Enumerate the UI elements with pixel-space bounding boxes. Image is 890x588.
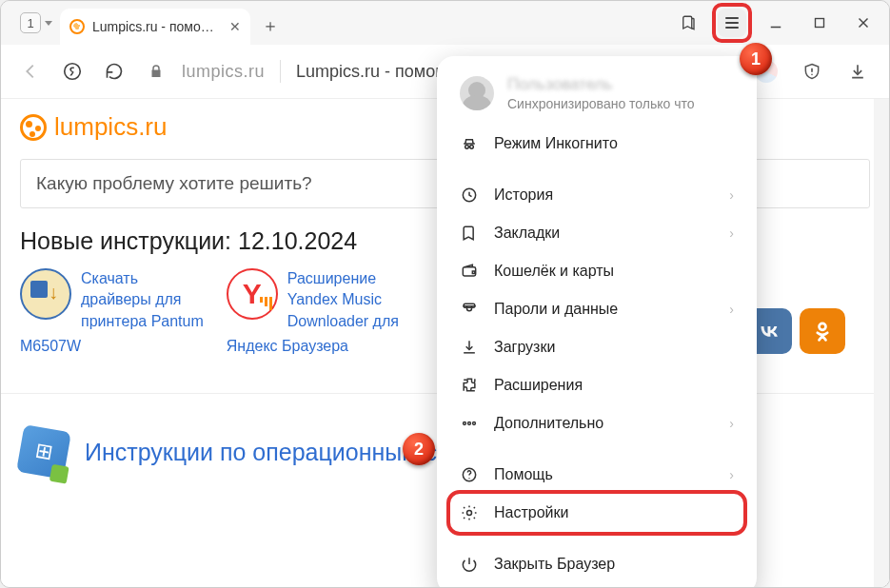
incognito-icon [460, 134, 479, 153]
download-icon[interactable] [840, 53, 876, 89]
main-menu-button[interactable] [718, 9, 746, 37]
scrollbar[interactable] [874, 99, 889, 587]
os-heading: Инструкции по операционным с [85, 439, 437, 466]
menu-more[interactable]: Дополнительно › [450, 404, 743, 442]
profile-name: Пользователь [507, 75, 695, 94]
article1-line1: Скачать [81, 268, 204, 289]
power-icon [460, 555, 479, 574]
bookmark-all-icon[interactable] [668, 3, 708, 43]
help-icon [460, 465, 479, 484]
site-name: lumpics.ru [54, 112, 167, 142]
menu-bookmarks-label: Закладки [494, 225, 560, 242]
chevron-right-icon: › [729, 416, 734, 431]
svg-point-5 [811, 74, 813, 76]
article2-line3: Downloader для [287, 311, 399, 332]
printer-driver-icon [20, 268, 71, 320]
article1-line2: драйверы для [81, 289, 204, 310]
avatar-icon [460, 76, 494, 110]
menu-passwords[interactable]: Пароли и данные › [450, 290, 743, 328]
article2-extra[interactable]: Яндекс Браузера [227, 338, 399, 355]
chevron-right-icon: › [729, 187, 734, 203]
tab-group-count[interactable]: 1 [20, 12, 41, 33]
menu-incognito[interactable]: Режим Инкогнито [450, 125, 743, 163]
article2-line2: Yandex Music [287, 289, 399, 310]
url-separator [280, 60, 281, 83]
shield-ad-icon[interactable] [794, 53, 830, 89]
window-minimize-button[interactable] [756, 3, 796, 43]
annotation-badge-1: 1 [740, 43, 772, 75]
article1-line3: принтера Pantum [81, 311, 204, 332]
menu-settings-label: Настройки [494, 504, 568, 521]
tab-title: Lumpics.ru - помощь с [92, 19, 222, 34]
menu-history[interactable]: История › [450, 176, 743, 214]
more-icon [460, 414, 479, 433]
window-close-button[interactable] [843, 3, 883, 43]
svg-point-19 [467, 511, 472, 516]
menu-settings-highlight[interactable]: Настройки [446, 490, 747, 536]
favicon-icon [69, 19, 85, 34]
download-icon [460, 338, 479, 357]
site-security-icon[interactable] [140, 55, 172, 88]
browser-main-menu: Пользователь Синхронизировано только что… [437, 56, 757, 588]
browser-tab[interactable]: Lumpics.ru - помощь с ✕ [60, 9, 250, 45]
svg-point-14 [464, 422, 466, 425]
share-ok-button[interactable] [800, 308, 845, 354]
menu-help[interactable]: Помощь › [450, 456, 743, 494]
history-icon [460, 186, 479, 205]
menu-downloads[interactable]: Загрузки [450, 328, 743, 366]
puzzle-icon [460, 376, 479, 395]
chevron-right-icon: › [729, 302, 734, 317]
menu-extensions[interactable]: Расширения [450, 366, 743, 404]
menu-history-label: История [494, 186, 553, 204]
menu-close-label: Закрыть Браузер [494, 556, 615, 573]
gear-icon [460, 503, 479, 522]
menu-bookmarks[interactable]: Закладки › [450, 214, 743, 252]
menu-downloads-label: Загрузки [494, 339, 555, 356]
svg-point-18 [468, 478, 469, 479]
new-tab-button[interactable]: ＋ [256, 11, 285, 40]
annotation-badge-2: 2 [403, 433, 435, 465]
menu-wallet-label: Кошелёк и карты [494, 263, 614, 280]
bookmarks-icon [460, 224, 479, 243]
svg-point-9 [470, 146, 474, 149]
window-title-bar: 1 Lumpics.ru - помощь с ✕ ＋ [1, 1, 889, 45]
chevron-right-icon: › [729, 467, 734, 482]
svg-point-15 [468, 422, 471, 425]
svg-point-8 [465, 146, 469, 149]
chevron-down-icon[interactable] [45, 21, 52, 26]
svg-point-16 [473, 422, 476, 425]
menu-more-label: Дополнительно [494, 415, 603, 432]
article-link-1[interactable]: Скачать драйверы для принтера Pantum [20, 268, 204, 332]
menu-extensions-label: Расширения [494, 377, 583, 394]
tab-group: 1 Lumpics.ru - помощь с ✕ ＋ [1, 1, 285, 45]
article2-line1: Расширение [287, 268, 399, 289]
key-icon [460, 300, 479, 319]
yandex-home-button[interactable] [56, 55, 89, 88]
article-link-2[interactable]: Y Расширение Yandex Music Downloader для [227, 268, 399, 332]
menu-help-label: Помощь [494, 466, 553, 483]
menu-incognito-label: Режим Инкогнито [494, 135, 618, 152]
svg-point-7 [820, 323, 826, 330]
svg-rect-1 [816, 19, 824, 28]
window-maximize-button[interactable] [800, 3, 840, 43]
yandex-music-icon: Y [227, 268, 278, 320]
sync-status: Синхронизировано только что [507, 96, 695, 111]
url-host[interactable]: lumpics.ru [182, 62, 265, 82]
menu-wallet[interactable]: Кошелёк и карты [450, 252, 743, 290]
article1-extra[interactable]: M6507W [20, 338, 204, 355]
wallet-icon [460, 262, 479, 281]
main-menu-button-highlight [712, 3, 752, 43]
reload-button[interactable] [98, 55, 130, 88]
nav-back-button[interactable] [14, 55, 47, 88]
menu-passwords-label: Пароли и данные [494, 301, 618, 318]
close-tab-icon[interactable]: ✕ [229, 19, 241, 34]
lumpics-logo-icon [20, 114, 47, 141]
os-icon [16, 424, 71, 480]
menu-profile[interactable]: Пользователь Синхронизировано только что [450, 69, 743, 125]
chevron-right-icon: › [729, 225, 734, 241]
menu-close-browser[interactable]: Закрыть Браузер [450, 545, 743, 583]
